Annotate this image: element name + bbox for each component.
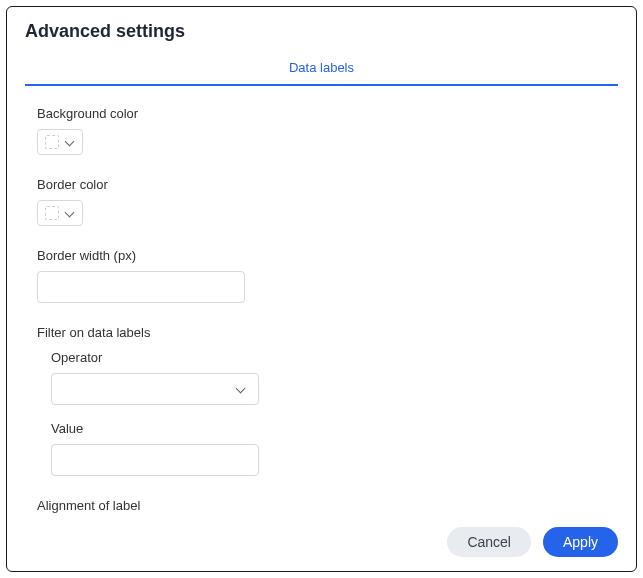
field-border-width: Border width (px) bbox=[37, 248, 606, 303]
dialog-content: Background color Border color Border wid… bbox=[7, 86, 636, 515]
alignment-label: Alignment of label bbox=[37, 498, 606, 513]
dialog-footer: Cancel Apply bbox=[7, 515, 636, 571]
border-color-swatch bbox=[45, 206, 59, 220]
border-width-label: Border width (px) bbox=[37, 248, 606, 263]
chevron-down-icon bbox=[65, 137, 75, 147]
apply-button[interactable]: Apply bbox=[543, 527, 618, 557]
field-operator: Operator bbox=[51, 350, 606, 405]
cancel-button[interactable]: Cancel bbox=[447, 527, 531, 557]
operator-select[interactable] bbox=[51, 373, 259, 405]
operator-label: Operator bbox=[51, 350, 606, 365]
field-alignment: Alignment of label center bbox=[37, 498, 606, 515]
field-background-color: Background color bbox=[37, 106, 606, 155]
dialog-title: Advanced settings bbox=[7, 7, 636, 52]
field-filter-value: Value bbox=[51, 421, 606, 476]
tab-bar: Data labels bbox=[25, 58, 618, 86]
tab-data-labels[interactable]: Data labels bbox=[289, 60, 354, 75]
field-filter-section: Filter on data labels Operator Value bbox=[37, 325, 606, 476]
filter-value-label: Value bbox=[51, 421, 606, 436]
filter-section-label: Filter on data labels bbox=[37, 325, 606, 340]
chevron-down-icon bbox=[65, 208, 75, 218]
advanced-settings-dialog: Advanced settings Data labels Background… bbox=[6, 6, 637, 572]
background-color-swatch bbox=[45, 135, 59, 149]
background-color-picker[interactable] bbox=[37, 129, 83, 155]
border-width-input[interactable] bbox=[37, 271, 245, 303]
border-color-picker[interactable] bbox=[37, 200, 83, 226]
chevron-down-icon bbox=[236, 384, 246, 394]
background-color-label: Background color bbox=[37, 106, 606, 121]
field-border-color: Border color bbox=[37, 177, 606, 226]
filter-value-input[interactable] bbox=[51, 444, 259, 476]
border-color-label: Border color bbox=[37, 177, 606, 192]
